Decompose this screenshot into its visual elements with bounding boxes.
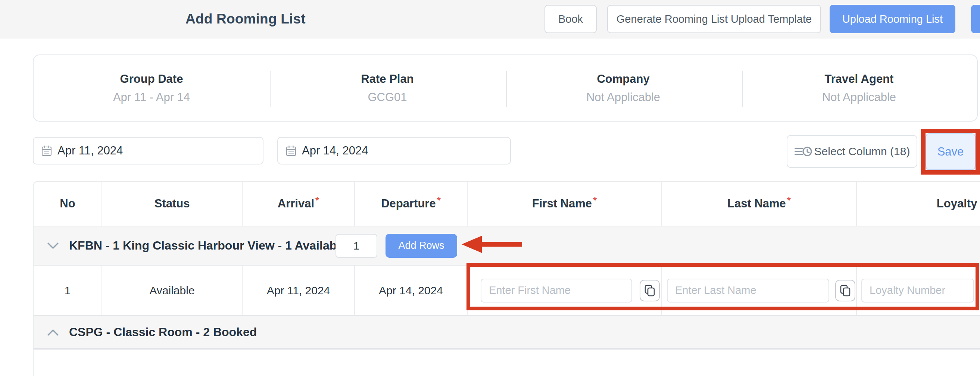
copy-last-name-button[interactable] (835, 280, 855, 301)
add-rows-count-input[interactable] (336, 234, 377, 258)
summary-company: Company Not Applicable (505, 55, 741, 121)
table-header-row: No Status Arrival* Departure* First Name… (33, 182, 980, 227)
select-column-icon (794, 145, 813, 158)
add-rows-button[interactable]: Add Rows (385, 234, 457, 258)
summary-value: Not Applicable (822, 90, 896, 104)
divider (506, 71, 507, 107)
calendar-icon (41, 145, 52, 156)
room-group-row-cspg: CSPG - Classic Room - 2 Booked (33, 316, 980, 349)
expand-group-button[interactable] (46, 325, 60, 340)
summary-rate-plan: Rate Plan GCG01 (269, 55, 505, 121)
column-header-arrival: Arrival* (243, 182, 355, 226)
table-empty-area (33, 349, 980, 376)
guest-row: 1 Available Apr 11, 2024 Apr 14, 2024 (33, 266, 980, 316)
departure-date-picker[interactable]: Apr 14, 2024 (277, 137, 511, 165)
select-column-label: Select Column (18) (814, 145, 910, 158)
arrival-date-picker[interactable]: Apr 11, 2024 (33, 137, 264, 165)
required-marker: * (593, 195, 597, 206)
column-header-first-name: First Name* (468, 182, 662, 226)
summary-label: Rate Plan (361, 72, 414, 86)
calendar-icon (286, 145, 296, 156)
chevron-up-icon (48, 329, 59, 336)
save-button[interactable]: Save (926, 133, 975, 170)
room-group-title: KFBN - 1 King Classic Harbour View - 1 A… (69, 239, 347, 252)
cell-arrival[interactable]: Apr 11, 2024 (243, 266, 355, 315)
cell-first-name (468, 266, 662, 315)
group-summary-card: Group Date Apr 11 - Apr 14 Rate Plan GCG… (33, 54, 978, 122)
chevron-down-icon (48, 243, 59, 249)
copy-first-name-button[interactable] (640, 280, 660, 301)
collapse-group-button[interactable] (46, 238, 60, 253)
select-column-button[interactable]: Select Column (18) (787, 135, 917, 168)
top-bar: Add Rooming List Book Generate Rooming L… (0, 0, 980, 38)
summary-travel-agent: Travel Agent Not Applicable (741, 55, 977, 121)
summary-value: Not Applicable (586, 90, 660, 104)
copy-icon (840, 285, 851, 297)
save-highlight-annotation: Save (921, 129, 980, 175)
cell-loyalty-number (857, 266, 980, 315)
divider (270, 71, 270, 107)
summary-value: Apr 11 - Apr 14 (113, 90, 190, 104)
summary-group-date: Group Date Apr 11 - Apr 14 (33, 55, 269, 121)
clipped-edge-button[interactable] (971, 5, 980, 33)
upload-rooming-list-button[interactable]: Upload Rooming List (830, 5, 955, 33)
first-name-input[interactable] (480, 279, 632, 303)
copy-icon (644, 285, 655, 297)
summary-label: Group Date (120, 72, 183, 86)
book-button[interactable]: Book (544, 5, 597, 33)
departure-date-value: Apr 14, 2024 (302, 144, 368, 157)
room-group-row-kfbn: KFBN - 1 King Classic Harbour View - 1 A… (33, 227, 980, 266)
cell-departure[interactable]: Apr 14, 2024 (355, 266, 468, 315)
column-header-departure: Departure* (355, 182, 468, 226)
cell-status: Available (102, 266, 243, 315)
add-rooming-list-screen: Add Rooming List Book Generate Rooming L… (0, 0, 980, 376)
column-header-no: No (33, 182, 102, 226)
summary-label: Company (597, 72, 649, 86)
last-name-input[interactable] (667, 279, 829, 303)
arrival-date-value: Apr 11, 2024 (57, 144, 123, 157)
required-marker: * (787, 195, 791, 206)
column-header-status: Status (102, 182, 243, 226)
room-group-title: CSPG - Classic Room - 2 Booked (69, 325, 257, 339)
summary-label: Travel Agent (825, 72, 894, 86)
column-header-last-name: Last Name* (662, 182, 857, 226)
divider (742, 71, 743, 107)
required-marker: * (437, 195, 441, 206)
column-header-loyalty-number: Loyalty Number (857, 182, 980, 226)
cell-last-name (662, 266, 857, 315)
loyalty-number-input[interactable] (861, 279, 974, 303)
cell-no: 1 (33, 266, 102, 315)
summary-value: GCG01 (368, 90, 407, 104)
generate-rooming-list-template-button[interactable]: Generate Rooming List Upload Template (607, 5, 821, 33)
required-marker: * (315, 195, 319, 206)
rooming-list-table: No Status Arrival* Departure* First Name… (33, 181, 980, 376)
page-title: Add Rooming List (186, 0, 305, 38)
